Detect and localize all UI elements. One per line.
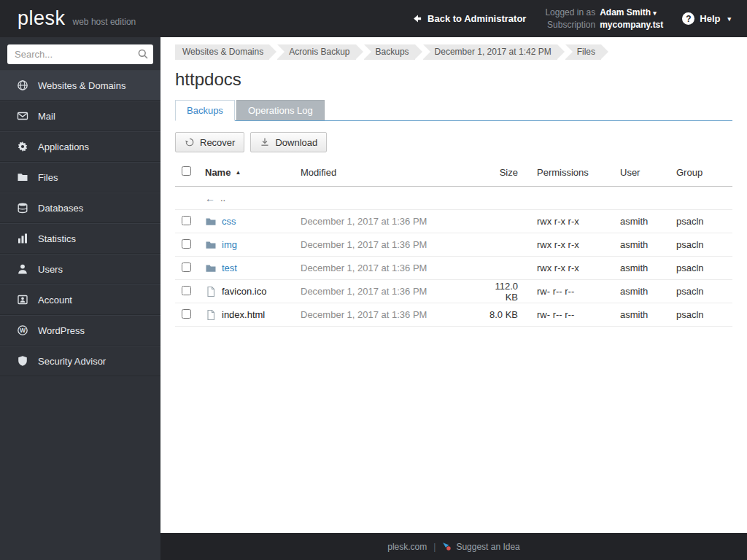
file-name[interactable]: index.html <box>222 309 265 320</box>
subscription-label: Subscription <box>545 20 595 30</box>
footer: plesk.com | Suggest an Idea <box>160 533 747 560</box>
column-header-permissions[interactable]: Permissions <box>537 167 620 178</box>
sidebar-item-account[interactable]: Account <box>0 284 160 315</box>
search-box <box>7 44 153 64</box>
select-all-checkbox-cell <box>175 166 200 178</box>
file-icon <box>205 309 217 321</box>
breadcrumb-acronis-backup[interactable]: Acronis Backup <box>277 44 355 60</box>
folder-link[interactable]: img <box>222 239 237 250</box>
modified-cell: December 1, 2017 at 1:36 PM <box>295 309 480 320</box>
sidebar-item-files[interactable]: Files <box>0 162 160 192</box>
help-menu[interactable]: ? Help ▾ <box>682 12 731 25</box>
back-link-label: Back to Administrator <box>427 13 526 24</box>
parent-directory-row: ← .. <box>175 187 732 210</box>
breadcrumb-backups[interactable]: Backups <box>364 44 415 60</box>
tab-backups[interactable]: Backups <box>175 100 235 121</box>
breadcrumb-websites-domains[interactable]: Websites & Domains <box>175 44 269 60</box>
folder-icon <box>205 216 217 228</box>
sidebar-item-label: Account <box>38 295 72 306</box>
file-name[interactable]: favicon.ico <box>222 286 266 297</box>
help-label: Help <box>700 13 720 24</box>
search-input[interactable] <box>7 44 153 64</box>
svg-text:W: W <box>19 327 26 334</box>
sidebar-item-label: WordPress <box>38 325 85 336</box>
sidebar-item-applications[interactable]: Applications <box>0 131 160 162</box>
table-row: index.html December 1, 2017 at 1:36 PM 8… <box>175 303 732 327</box>
checkbox-cell <box>175 286 200 298</box>
plesk-logo: plesk web host edition <box>0 7 136 30</box>
parent-directory-link-cell: ← .. <box>200 192 295 203</box>
column-header-name[interactable]: Name ▲ <box>200 167 295 178</box>
suggest-an-idea-label: Suggest an Idea <box>456 542 519 552</box>
logo-text: plesk <box>18 7 66 30</box>
sidebar-item-label: Statistics <box>38 233 76 244</box>
row-checkbox[interactable] <box>182 239 191 249</box>
suggest-an-idea-link[interactable]: Suggest an Idea <box>442 542 519 552</box>
sidebar-item-wordpress[interactable]: W WordPress <box>0 315 160 346</box>
recover-icon <box>185 137 195 147</box>
download-button-label: Download <box>275 137 317 148</box>
sidebar-item-security-advisor[interactable]: Security Advisor <box>0 346 160 376</box>
parent-directory-link[interactable]: .. <box>220 192 225 203</box>
table-row: test December 1, 2017 at 1:36 PM rwx r-x… <box>175 257 732 280</box>
table-header: Name ▲ Modified Size Permissions User Gr… <box>175 158 732 187</box>
tab-bar: Backups Operations Log <box>175 100 732 121</box>
plesk-com-link[interactable]: plesk.com <box>387 542 427 552</box>
top-bar: plesk web host edition Back to Administr… <box>0 0 747 37</box>
user-cell: asmith <box>620 216 676 227</box>
breadcrumb-backup-date[interactable]: December 1, 2017 at 1:42 PM <box>423 44 557 60</box>
tab-operations-log[interactable]: Operations Log <box>236 100 325 120</box>
row-checkbox[interactable] <box>182 309 191 319</box>
user-icon <box>16 263 28 276</box>
session-info: Logged in as Adam Smith▾ Subscription my… <box>545 7 663 30</box>
edition-label: web host edition <box>73 17 136 27</box>
sidebar-item-label: Websites & Domains <box>38 80 125 91</box>
sidebar-item-label: Applications <box>38 141 89 152</box>
main-content: Websites & Domains Acronis Backup Backup… <box>160 37 747 533</box>
column-header-group[interactable]: Group <box>676 167 732 178</box>
size-cell: 112.0 KB <box>480 281 537 303</box>
folder-link[interactable]: test <box>222 262 237 273</box>
sidebar-item-users[interactable]: Users <box>0 254 160 284</box>
breadcrumb-files[interactable]: Files <box>565 44 601 60</box>
footer-separator: | <box>433 542 436 552</box>
user-menu[interactable]: Adam Smith▾ <box>600 7 663 18</box>
name-header-label: Name <box>205 167 231 178</box>
sidebar-item-label: Databases <box>38 203 83 214</box>
sidebar-item-statistics[interactable]: Statistics <box>0 223 160 254</box>
table-row: css December 1, 2017 at 1:36 PM rwx r-x … <box>175 210 732 233</box>
download-icon <box>260 137 270 147</box>
modified-cell: December 1, 2017 at 1:36 PM <box>295 262 480 273</box>
permissions-cell: rwx r-x r-x <box>537 216 620 227</box>
search-icon <box>137 48 149 63</box>
column-header-user[interactable]: User <box>620 167 676 178</box>
group-cell: psacln <box>676 286 732 297</box>
sidebar-item-websites-domains[interactable]: Websites & Domains <box>0 70 160 101</box>
checkbox-cell <box>175 309 200 321</box>
folder-icon <box>205 262 217 274</box>
table-row: img December 1, 2017 at 1:36 PM rwx r-x … <box>175 233 732 257</box>
back-to-administrator-link[interactable]: Back to Administrator <box>411 13 526 24</box>
download-button[interactable]: Download <box>250 132 327 152</box>
group-cell: psacln <box>676 309 732 320</box>
name-cell: img <box>200 239 295 251</box>
wordpress-icon: W <box>16 324 28 337</box>
sidebar-item-mail[interactable]: Mail <box>0 101 160 131</box>
checkbox-cell <box>175 262 200 274</box>
permissions-cell: rwx r-x r-x <box>537 262 620 273</box>
file-icon <box>205 286 217 298</box>
sidebar-item-databases[interactable]: Databases <box>0 192 160 223</box>
column-header-modified[interactable]: Modified <box>295 167 480 178</box>
topbar-right: Back to Administrator Logged in as Adam … <box>411 7 747 30</box>
folder-link[interactable]: css <box>222 216 236 227</box>
column-header-size[interactable]: Size <box>480 167 537 178</box>
row-checkbox[interactable] <box>182 262 191 272</box>
select-all-checkbox[interactable] <box>182 166 191 176</box>
row-checkbox[interactable] <box>182 286 191 295</box>
subscription-link[interactable]: mycompany.tst <box>600 20 663 30</box>
recover-button[interactable]: Recover <box>175 132 244 152</box>
row-checkbox[interactable] <box>182 216 191 225</box>
modified-cell: December 1, 2017 at 1:36 PM <box>295 239 480 250</box>
idea-icon <box>442 542 452 551</box>
bar-chart-icon <box>16 233 28 245</box>
